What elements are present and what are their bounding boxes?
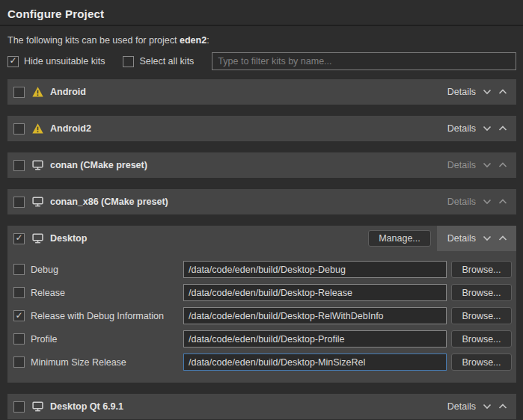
desktop-icon <box>31 401 44 413</box>
desktop-icon <box>31 159 44 171</box>
details-label: Details <box>447 123 476 134</box>
build-config-row: Profile Browse... <box>13 330 512 348</box>
chevron-up-icon <box>498 162 507 168</box>
browse-button[interactable]: Browse... <box>451 261 512 278</box>
build-config-checkbox[interactable] <box>13 287 25 298</box>
details-toggle[interactable]: Details <box>437 394 516 419</box>
chevron-down-icon <box>483 162 492 168</box>
desktop-icon <box>31 196 44 208</box>
warning-icon <box>31 86 44 98</box>
browse-button[interactable]: Browse... <box>451 307 512 324</box>
build-config-left: Debug <box>13 264 183 275</box>
details-toggle[interactable]: Details <box>437 79 516 105</box>
kit-panel: Android2 Details <box>7 116 516 141</box>
kit-header: Android2 Details <box>7 116 516 141</box>
details-toggle[interactable]: Details <box>437 189 516 214</box>
chevron-up-icon <box>498 404 507 410</box>
select-all-checkbox[interactable] <box>123 56 134 67</box>
build-config-row: Release Browse... <box>13 284 512 301</box>
kit-panel: conan (CMake preset) Details <box>7 152 516 178</box>
build-config-label: Release <box>31 288 65 298</box>
build-config-checkbox[interactable] <box>13 264 25 275</box>
build-config-label: Release with Debug Information <box>31 311 164 321</box>
build-config-row: Minimum Size Release Browse... <box>13 353 512 371</box>
kit-checkbox[interactable] <box>13 197 25 208</box>
kit-header: Desktop Qt 6.9.1 Details <box>7 394 516 419</box>
kit-header: Desktop Manage... Details <box>7 226 516 251</box>
details-label: Details <box>447 233 476 244</box>
kit-name: conan_x86 (CMake preset) <box>50 197 437 207</box>
build-config-label: Profile <box>31 334 57 345</box>
chevron-up-icon <box>498 235 507 241</box>
kit-checkbox[interactable] <box>13 401 25 413</box>
intro-text: The following kits can be used for proje… <box>0 26 523 46</box>
kit-checkbox[interactable] <box>13 160 25 171</box>
build-dir-input[interactable] <box>183 284 447 301</box>
details-label: Details <box>447 197 476 207</box>
build-config-left: Profile <box>13 333 183 345</box>
chevron-up-icon <box>498 126 507 132</box>
details-toggle[interactable]: Details <box>437 116 516 141</box>
kit-header: conan_x86 (CMake preset) Details <box>7 189 516 214</box>
kit-name: Android2 <box>50 123 437 134</box>
project-name: eden2 <box>180 35 207 46</box>
select-all-group[interactable]: Select all kits <box>123 56 194 67</box>
kit-panel: Desktop Manage... Details Debug Browse..… <box>7 226 516 383</box>
chevron-down-icon <box>483 126 492 132</box>
details-toggle[interactable]: Details <box>437 152 516 178</box>
details-toggle[interactable]: Details <box>437 226 516 251</box>
kit-panel: Desktop Qt 6.9.1 Details <box>7 394 516 419</box>
kit-checkbox[interactable] <box>13 233 25 244</box>
page-title-bar: Configure Project <box>0 0 523 26</box>
select-all-label: Select all kits <box>139 56 194 67</box>
build-config-label: Debug <box>31 265 58 275</box>
kit-checkbox[interactable] <box>13 123 25 135</box>
kit-header: conan (CMake preset) Details <box>7 152 516 178</box>
build-config-checkbox[interactable] <box>13 310 25 321</box>
build-config-left: Release <box>13 287 183 298</box>
build-config-left: Minimum Size Release <box>13 356 183 368</box>
browse-button[interactable]: Browse... <box>451 353 512 371</box>
hide-unsuitable-checkbox[interactable] <box>7 56 19 67</box>
filter-bar: Hide unsuitable kits Select all kits <box>0 46 523 70</box>
chevron-down-icon <box>483 199 492 205</box>
kit-name: conan (CMake preset) <box>50 160 437 170</box>
hide-unsuitable-group[interactable]: Hide unsuitable kits <box>7 56 105 67</box>
kit-configs: Debug Browse... Release Browse... Releas… <box>7 251 516 383</box>
kit-name: Desktop Qt 6.9.1 <box>50 401 437 412</box>
chevron-down-icon <box>483 404 492 410</box>
details-label: Details <box>447 87 476 97</box>
build-dir-input[interactable] <box>183 330 447 348</box>
details-label: Details <box>447 401 476 412</box>
build-dir-input[interactable] <box>183 353 447 371</box>
manage-button[interactable]: Manage... <box>368 230 431 247</box>
build-config-row: Release with Debug Information Browse... <box>13 307 512 324</box>
page-title: Configure Project <box>7 7 516 20</box>
build-dir-input[interactable] <box>183 261 447 278</box>
build-config-label: Minimum Size Release <box>31 357 126 368</box>
kit-name: Android <box>50 87 437 97</box>
build-config-checkbox[interactable] <box>13 356 25 368</box>
kit-name: Desktop <box>50 233 368 244</box>
chevron-up-icon <box>498 199 507 205</box>
chevron-down-icon <box>483 89 492 95</box>
warning-icon <box>31 123 44 135</box>
details-label: Details <box>447 160 476 170</box>
chevron-down-icon <box>483 235 492 241</box>
browse-button[interactable]: Browse... <box>451 330 512 348</box>
build-config-row: Debug Browse... <box>13 261 512 278</box>
desktop-icon <box>31 232 44 244</box>
kit-header: Android Details <box>7 79 516 105</box>
build-config-checkbox[interactable] <box>13 333 25 345</box>
kit-panel: Android Details <box>7 79 516 105</box>
hide-unsuitable-label: Hide unsuitable kits <box>24 56 105 67</box>
kit-list: Android Details <box>0 79 523 419</box>
kit-panel: conan_x86 (CMake preset) Details <box>7 189 516 214</box>
kit-checkbox[interactable] <box>13 87 25 98</box>
build-config-left: Release with Debug Information <box>13 310 183 321</box>
kit-filter-input[interactable] <box>212 52 516 70</box>
configure-project-page: Configure Project The following kits can… <box>0 0 523 420</box>
browse-button[interactable]: Browse... <box>451 284 512 301</box>
build-dir-input[interactable] <box>183 307 447 324</box>
intro-suffix: : <box>207 35 209 46</box>
